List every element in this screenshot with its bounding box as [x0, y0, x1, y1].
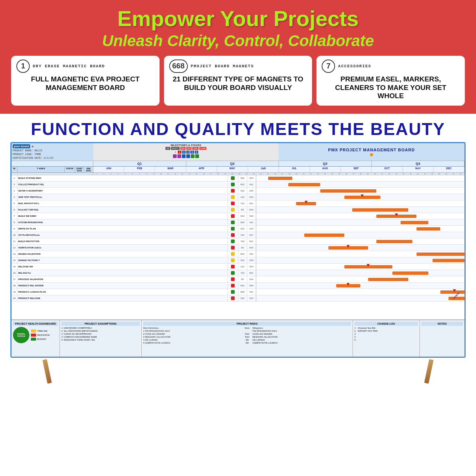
gantt-chart-area	[256, 289, 465, 295]
cell-task: PRODUCT REL RZVIZW	[17, 283, 228, 289]
ms-num-2: 2	[178, 151, 181, 154]
feature-box-3: 7 ACCESSORIES PREMIUM EASEL, MARKERS, CL…	[316, 56, 465, 106]
week-19: 19	[222, 173, 229, 175]
gantt-chart-area	[256, 226, 465, 232]
week-44: 44	[400, 173, 407, 175]
week-43: 43	[393, 173, 400, 175]
cell-task: HOMAN TACTORS T	[17, 257, 228, 263]
week-52: 52	[457, 173, 464, 175]
gantt-chart-area	[256, 232, 465, 238]
cell-end: 2/14	[247, 295, 256, 301]
task-row: 15 RELZASE SW 1/12 5/14	[12, 264, 464, 270]
feature-num-1: 1	[16, 60, 30, 73]
task-row: 11 BUILD PROTOTYPE 7/22 8/11	[12, 238, 464, 245]
cell-id: 19	[12, 289, 17, 295]
legend-box	[31, 338, 36, 341]
week-34: 34	[329, 173, 336, 175]
gantt-chart-area	[256, 200, 465, 206]
task-row: 8 SYS72M INTESRATION. 8/23 4/11	[12, 219, 464, 226]
item-num: 2	[61, 330, 62, 332]
task-row: 19 PRODUC7 LASUCH PLAN 8/23 4/11	[12, 289, 464, 295]
dashboard: PROJECT HEALTH DASHBOARD OVERALSTATUS TI…	[12, 319, 464, 357]
item-text: Sw 17EFATIONS WWTZYCEEDS	[64, 330, 97, 332]
pmx-logo: pmx board	[13, 144, 30, 148]
cell-id: 11	[12, 238, 17, 244]
cl-num: 1	[354, 327, 356, 329]
week-35: 35	[336, 173, 343, 175]
orange-indicator	[370, 153, 373, 156]
month-header: ID T ASKS STATUS STARTDATE ENDDATE JANFE…	[12, 167, 464, 173]
feature-title-1: FULL MAGNETIC EVA PROJECT MANAGEMENT BOA…	[16, 75, 154, 92]
task-row: 1 BUILD SYSTEM SPEC 5/12 5/14	[12, 175, 464, 181]
gantt-bar	[392, 271, 428, 275]
milestones-box: MILESTONES & STAGES MIPROTM2M3VALLAM 1 2…	[93, 143, 279, 161]
week-31: 31	[308, 173, 315, 175]
cell-status	[228, 245, 238, 251]
week-49: 49	[436, 173, 443, 175]
gantt-bar	[448, 297, 464, 300]
gantt-chart-area	[256, 181, 465, 187]
week-30: 30	[300, 173, 307, 175]
col-start-header: STARTDATE	[75, 167, 84, 173]
dash-risks: PROJECT RISKS Risk Definition Date Mitig…	[142, 320, 353, 357]
legend-item: TIMELINE	[31, 329, 50, 332]
cell-id: 3	[12, 188, 17, 194]
cell-start: 1/12	[238, 194, 247, 200]
dash-health: PROJECT HEALTH DASHBOARD OVERALSTATUS TI…	[12, 320, 60, 357]
item-num: 5	[61, 339, 62, 341]
cell-task: SETDP A SHARZPOINT	[17, 188, 228, 194]
gantt-bar	[320, 189, 376, 193]
cell-status	[228, 188, 238, 194]
risks-header-row: Risk Definition Date Mitigation	[143, 327, 351, 329]
item-text: COMP2T1710N RZMAINS SAMZ	[64, 336, 97, 338]
status-dot	[231, 265, 235, 268]
sub-title: Unleash Clarity, Control, Collaborate	[7, 32, 469, 50]
cell-task: RELZASE SW	[17, 264, 228, 270]
week-51: 51	[450, 173, 457, 175]
task-row: 6 6CoLIZCT SW RZQ 9/2 5/14	[12, 207, 464, 213]
risk-mit: GE LZAVES	[253, 339, 351, 341]
task-row: 4 4HW TZST PROTOCoL 1/12 5/14	[12, 194, 464, 200]
col-end-header: ENDDATE	[84, 167, 93, 173]
week-40: 40	[372, 173, 379, 175]
health-legends: TIMELINERESOURCEBUDGET	[31, 329, 50, 341]
cell-id: 13	[12, 251, 17, 257]
task-row: 18 PRODUCT REL RZVIZW 5/12 5/24	[12, 283, 464, 289]
cell-end: 5/24	[247, 213, 256, 219]
status-dot	[231, 202, 235, 205]
quarter-header: Q1Q2Q3Q4	[12, 161, 464, 167]
gantt-chart-area	[256, 264, 465, 270]
feature-header-1: 1 DRY ERASE MAGNETIC BOARD	[16, 60, 154, 73]
cell-end: 5/14	[247, 194, 256, 200]
cell-end: 2/14	[247, 226, 256, 232]
gantt-chart-area	[256, 251, 465, 257]
cell-task: PROCESS VALIDATION	[17, 276, 228, 282]
function-title: FUNCTION AND QUALITY MEETS THE BEAUTY	[7, 119, 469, 139]
week-6: 6	[129, 173, 136, 175]
cell-task: BUILD PROTOTYPE	[17, 238, 228, 244]
cell-id: 5	[12, 200, 17, 206]
ms-dot-3	[182, 154, 186, 158]
cell-start: 8/13	[238, 251, 247, 257]
week-46: 46	[414, 173, 421, 175]
legend-box	[31, 329, 36, 332]
cl-num: 3	[354, 333, 356, 335]
feature-num-2: 668	[169, 60, 188, 73]
task-row: 5 BUIL PROTOTYPZ L 7/12 8/11	[12, 200, 464, 207]
feature-box-2: 668 PROJECT BOARD MAGNETS 21 DIFFERENT T…	[164, 56, 312, 106]
cell-status	[228, 232, 238, 238]
cell-end: 4/11	[247, 181, 256, 187]
week-47: 47	[422, 173, 429, 175]
cell-start: 3/12	[238, 226, 247, 232]
risks-col-mit: Mitigation	[253, 327, 351, 329]
cell-id: 2	[12, 181, 17, 187]
week-41: 41	[379, 173, 386, 175]
cell-status	[228, 238, 238, 244]
gantt-bar	[416, 227, 441, 231]
cell-id: 18	[12, 283, 17, 289]
col-id-header: ID	[12, 167, 17, 173]
week-9: 9	[151, 173, 158, 175]
logo-row: pmx board ⚙	[13, 144, 92, 148]
cell-task: VIV PLAM-Pe0TocoL	[17, 232, 228, 238]
week-33: 33	[322, 173, 329, 175]
